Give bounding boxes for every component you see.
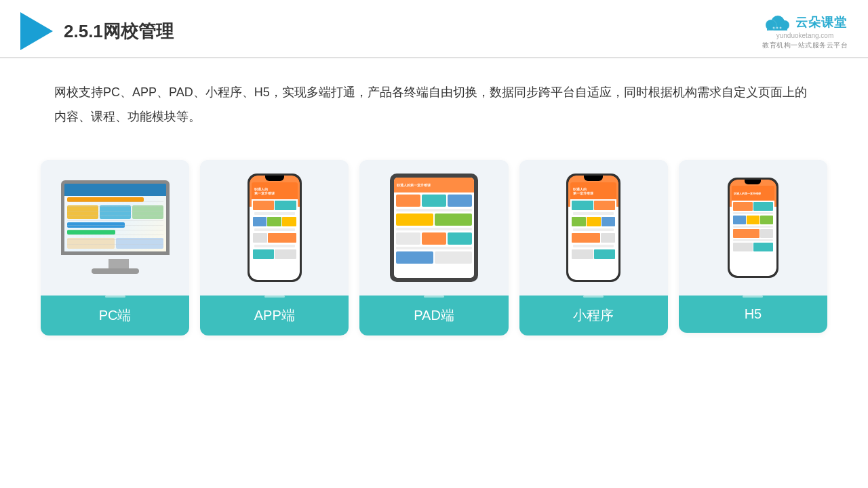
header-left: 2.5.1网校管理 [20, 12, 174, 50]
card-pad-label: PAD端 [359, 296, 508, 336]
h5-phone-icon: 职通人的第一堂升维课 [728, 178, 778, 278]
card-miniprogram-image: 职通人的第一堂升维课 [519, 160, 668, 296]
phone-notch-2 [584, 176, 603, 181]
logo-triangle-icon [20, 12, 53, 50]
page-title: 2.5.1网校管理 [64, 20, 174, 43]
description-text: 网校支持PC、APP、PAD、小程序、H5，实现多端打通，产品各终端自由切换，数… [0, 58, 868, 140]
card-miniprogram: 职通人的第一堂升维课 [519, 160, 668, 336]
page-header: 2.5.1网校管理 云朵课堂 yunduoketang.com 教育机构一站式服… [0, 0, 868, 58]
cards-container: PC端 职通人的第一堂升维课 [0, 146, 868, 356]
card-h5-label: H5 [679, 296, 827, 333]
brand-logo: 云朵课堂 yunduoketang.com 教育机构一站式服务云平台 [762, 13, 848, 50]
svg-point-5 [773, 26, 775, 28]
pc-monitor-icon [58, 180, 173, 275]
card-pc-image [41, 160, 189, 296]
cloud-icon [763, 13, 791, 32]
phone-notch [265, 176, 284, 181]
card-app-image: 职通人的第一堂升维课 [200, 160, 349, 296]
card-miniprogram-label: 小程序 [519, 296, 668, 336]
brand-tagline: 教育机构一站式服务云平台 [762, 41, 848, 50]
card-app-label: APP端 [200, 296, 349, 336]
card-app: 职通人的第一堂升维课 [200, 160, 349, 336]
card-pc-label: PC端 [41, 296, 189, 336]
svg-point-7 [780, 26, 782, 28]
card-pad-image: 职通人的第一堂升维课 [359, 160, 508, 296]
card-h5: 职通人的第一堂升维课 [679, 160, 827, 333]
svg-point-6 [776, 26, 778, 28]
brand-name-area: 云朵课堂 [763, 13, 847, 32]
brand-url-text: yunduoketang.com [776, 32, 834, 39]
pad-tablet-icon: 职通人的第一堂升维课 [390, 174, 478, 282]
card-pc: PC端 [41, 160, 189, 336]
card-h5-image: 职通人的第一堂升维课 [679, 160, 827, 296]
brand-name-text: 云朵课堂 [795, 14, 847, 30]
app-phone-icon: 职通人的第一堂升维课 [248, 174, 302, 282]
card-pad: 职通人的第一堂升维课 [359, 160, 508, 336]
miniprogram-phone-icon: 职通人的第一堂升维课 [566, 174, 620, 282]
